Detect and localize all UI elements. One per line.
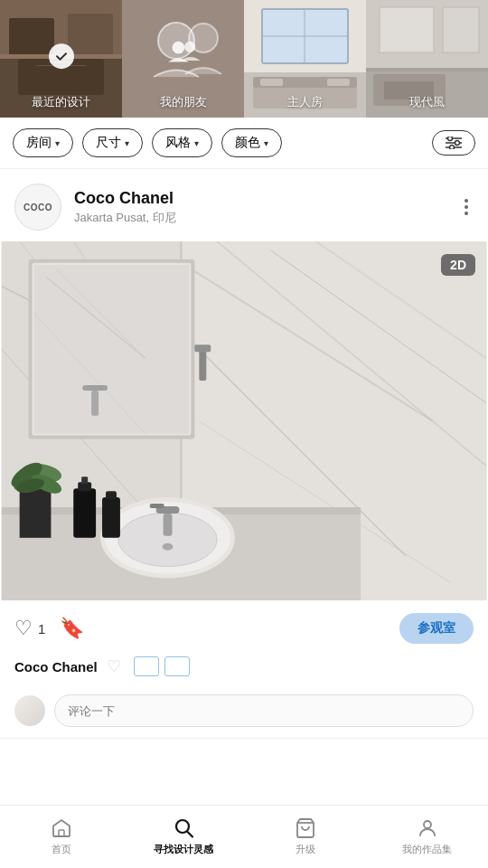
svg-rect-81 [102,497,120,538]
dot-icon [465,199,468,203]
svg-rect-23 [327,79,350,86]
svg-rect-55 [34,265,190,434]
comment-user-avatar [14,695,45,726]
sliders-icon [446,137,462,149]
bottom-nav: 首页 寻找设计灵感 升级 我的作品集 [0,805,488,868]
category-item-master[interactable]: 主人房 [244,0,366,118]
nav-search-label: 寻找设计灵感 [154,843,213,856]
chevron-down-icon: ▾ [194,138,199,148]
nav-home[interactable]: 首页 [0,806,122,868]
action-bar: ♡ 1 🔖 参观室 [0,600,488,656]
design-title: Coco Chanel [14,659,98,675]
svg-rect-2 [9,18,54,59]
svg-rect-72 [20,488,52,538]
svg-rect-62 [194,344,211,352]
user-name: Coco Chanel [74,189,459,208]
cart-icon [295,817,316,839]
category-label-recent: 最近的设计 [0,94,122,110]
svg-point-68 [163,543,174,551]
like-button[interactable]: ♡ 1 [14,617,45,640]
user-card: COCO Coco Chanel Jakarta Pusat, 印尼 [0,169,488,241]
svg-rect-28 [443,7,479,52]
svg-rect-78 [73,488,96,538]
category-item-friends[interactable]: 我的朋友 [122,0,244,118]
category-label-friends: 我的朋友 [122,94,244,110]
filter-settings-button[interactable] [432,130,475,156]
nav-home-label: 首页 [52,843,71,856]
svg-point-37 [450,146,455,150]
visit-room-button[interactable]: 参观室 [399,613,474,644]
svg-point-33 [448,137,453,141]
comment-area [0,687,488,739]
svg-point-87 [424,821,431,828]
person-icon [417,817,438,839]
room-icon-3d[interactable] [164,656,190,676]
category-item-modern[interactable]: 现代風 [366,0,488,118]
svg-rect-70 [164,514,173,536]
design-title-row: Coco Chanel ♡ [0,656,488,687]
design-svg [0,241,488,600]
nav-portfolio[interactable]: 我的作品集 [366,806,488,868]
recent-check-icon [49,43,74,69]
svg-point-35 [455,141,460,146]
chevron-down-icon: ▾ [55,138,60,148]
nav-portfolio-label: 我的作品集 [402,843,452,856]
dot-icon [465,205,468,209]
svg-point-84 [176,820,189,833]
filter-room[interactable]: 房间 ▾ [13,128,73,157]
room-icons [134,656,190,676]
svg-rect-59 [82,385,108,391]
nav-upgrade[interactable]: 升级 [244,806,366,868]
user-location: Jakarta Pusat, 印尼 [74,210,459,226]
svg-rect-22 [260,79,283,86]
comment-input[interactable] [54,694,474,727]
chevron-down-icon: ▾ [125,138,129,148]
category-label-master: 主人房 [244,94,366,110]
friends-people-icon [165,35,202,75]
svg-rect-71 [150,504,164,508]
svg-rect-60 [91,391,99,416]
svg-rect-27 [380,7,434,52]
badge-2d: 2D [441,254,475,276]
svg-point-11 [173,42,184,53]
avatar[interactable]: COCO [14,184,61,231]
user-info: Coco Chanel Jakarta Pusat, 印尼 [74,189,459,226]
svg-rect-29 [366,68,488,71]
chevron-down-icon: ▾ [264,138,268,148]
svg-rect-61 [199,349,206,381]
design-image[interactable]: 2D [0,241,488,600]
svg-line-85 [187,832,192,837]
heart-small-icon[interactable]: ♡ [107,656,121,676]
nav-upgrade-label: 升级 [296,843,315,856]
heart-icon: ♡ [14,617,33,640]
svg-point-12 [184,42,194,52]
filter-size[interactable]: 尺寸 ▾ [82,128,143,157]
svg-rect-3 [68,14,113,59]
category-item-recent[interactable]: 最近的设计 [0,0,122,118]
filter-style[interactable]: 风格 ▾ [152,128,212,157]
room-icon-2d[interactable] [134,656,159,676]
search-icon [173,817,194,839]
filter-bar: 房间 ▾ 尺寸 ▾ 风格 ▾ 颜色 ▾ [0,118,488,169]
svg-rect-83 [59,830,64,836]
filter-color[interactable]: 颜色 ▾ [221,128,282,157]
home-icon [51,817,72,839]
nav-search[interactable]: 寻找设计灵感 [122,806,244,868]
category-label-modern: 现代風 [366,94,488,110]
avatar-text: COCO [23,203,52,212]
category-row: 最近的设计 我的朋友 [0,0,488,118]
svg-rect-80 [81,476,88,484]
bookmark-button[interactable]: 🔖 [60,617,84,640]
more-options-button[interactable] [459,195,474,219]
like-count: 1 [38,621,45,637]
svg-rect-82 [106,491,117,499]
dot-icon [465,212,468,215]
